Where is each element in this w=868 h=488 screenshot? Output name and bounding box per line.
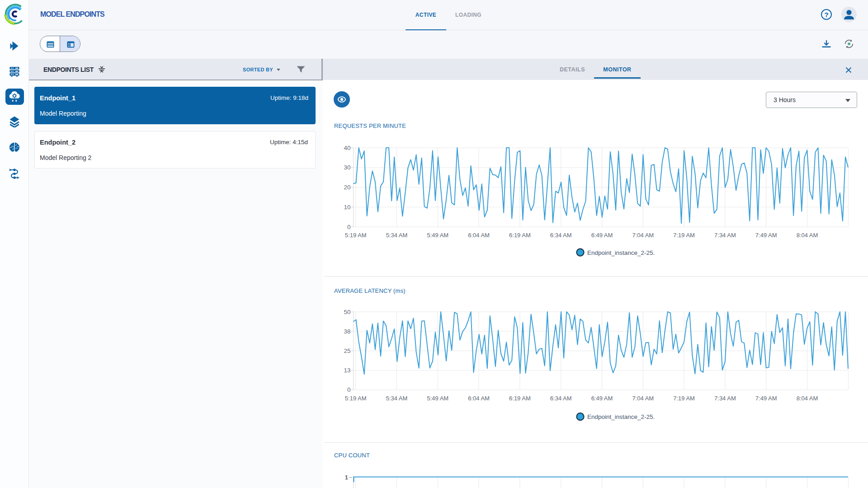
svg-text:1: 1: [345, 474, 348, 481]
svg-text:6:34 AM: 6:34 AM: [550, 395, 572, 402]
svg-text:10: 10: [344, 204, 350, 211]
svg-text:7:34 AM: 7:34 AM: [714, 395, 736, 402]
svg-text:5:49 AM: 5:49 AM: [427, 395, 448, 402]
svg-text:7:49 AM: 7:49 AM: [755, 395, 777, 402]
svg-text:5:19 AM: 5:19 AM: [345, 395, 367, 402]
svg-text:38: 38: [344, 328, 350, 335]
svg-text:6:19 AM: 6:19 AM: [509, 232, 531, 239]
svg-text:6:49 AM: 6:49 AM: [591, 232, 613, 239]
svg-text:40: 40: [344, 145, 350, 151]
svg-text:5:49 AM: 5:49 AM: [427, 232, 448, 239]
svg-text:5:19 AM: 5:19 AM: [345, 232, 367, 239]
svg-text:7:34 AM: 7:34 AM: [714, 232, 736, 239]
svg-text:8:04 AM: 8:04 AM: [797, 395, 818, 402]
svg-text:Endpoint_instance_2-25.: Endpoint_instance_2-25.: [587, 249, 655, 256]
svg-text:0: 0: [347, 224, 351, 230]
svg-text:6:04 AM: 6:04 AM: [468, 232, 490, 239]
svg-text:6:19 AM: 6:19 AM: [509, 395, 531, 402]
svg-text:6:49 AM: 6:49 AM: [591, 395, 613, 402]
svg-text:7:49 AM: 7:49 AM: [755, 232, 777, 239]
svg-text:6:34 AM: 6:34 AM: [550, 232, 572, 239]
svg-text:Endpoint_instance_2-25.: Endpoint_instance_2-25.: [587, 413, 655, 420]
svg-text:6:04 AM: 6:04 AM: [468, 395, 490, 402]
svg-text:13: 13: [344, 367, 350, 374]
svg-text:0: 0: [347, 386, 351, 393]
svg-text:8:04 AM: 8:04 AM: [797, 232, 818, 239]
svg-text:50: 50: [344, 309, 350, 315]
svg-text:5:34 AM: 5:34 AM: [386, 395, 408, 402]
svg-text:25: 25: [344, 347, 350, 354]
svg-text:20: 20: [344, 184, 350, 191]
svg-text:30: 30: [344, 164, 350, 171]
svg-text:7:04 AM: 7:04 AM: [632, 395, 654, 402]
svg-text:5:34 AM: 5:34 AM: [386, 232, 408, 239]
svg-text:7:04 AM: 7:04 AM: [632, 232, 654, 239]
svg-text:7:19 AM: 7:19 AM: [673, 395, 695, 402]
svg-text:7:19 AM: 7:19 AM: [673, 232, 695, 239]
